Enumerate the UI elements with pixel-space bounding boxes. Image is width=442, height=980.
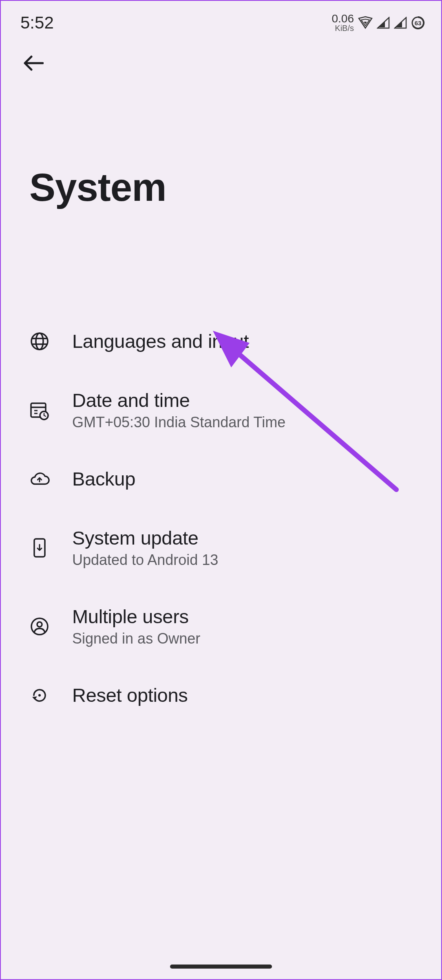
calendar-clock-icon <box>29 400 50 420</box>
item-title: Languages and input <box>72 330 249 352</box>
item-languages-and-input[interactable]: Languages and input <box>1 312 441 371</box>
signal-icon-1 <box>377 17 390 29</box>
item-subtitle: GMT+05:30 India Standard Time <box>72 414 285 431</box>
svg-point-12 <box>37 622 42 627</box>
battery-percent: 63 <box>415 20 422 26</box>
wifi-icon <box>358 16 373 30</box>
network-speed-unit: KiB/s <box>332 24 354 32</box>
svg-point-13 <box>38 694 41 697</box>
item-title: System update <box>72 527 218 549</box>
cloud-upload-icon <box>29 469 50 489</box>
item-system-update[interactable]: System update Updated to Android 13 <box>1 508 441 587</box>
item-subtitle: Updated to Android 13 <box>72 552 218 569</box>
phone-download-icon <box>29 538 50 558</box>
item-date-and-time[interactable]: Date and time GMT+05:30 India Standard T… <box>1 371 441 449</box>
battery-icon: 63 <box>411 16 425 30</box>
settings-list: Languages and input Date and time GMT+05… <box>1 210 441 725</box>
status-time: 5:52 <box>20 13 54 33</box>
home-indicator[interactable] <box>170 965 272 969</box>
item-title: Date and time <box>72 389 285 411</box>
person-circle-icon <box>29 616 50 637</box>
item-multiple-users[interactable]: Multiple users Signed in as Owner <box>1 587 441 666</box>
status-bar: 5:52 0.06 KiB/s 63 <box>1 1 441 37</box>
network-speed: 0.06 KiB/s <box>332 13 354 32</box>
item-title: Multiple users <box>72 605 200 628</box>
item-reset-options[interactable]: Reset options <box>1 666 441 725</box>
status-icons: 0.06 KiB/s 63 <box>332 13 425 32</box>
network-speed-value: 0.06 <box>332 13 354 24</box>
signal-icon-2 <box>394 17 407 29</box>
svg-point-1 <box>31 333 48 349</box>
svg-point-2 <box>36 333 43 349</box>
item-backup[interactable]: Backup <box>1 449 441 508</box>
item-title: Backup <box>72 468 135 490</box>
arrow-left-icon <box>23 55 44 71</box>
reset-icon <box>29 685 50 705</box>
item-title: Reset options <box>72 684 188 706</box>
back-button[interactable] <box>21 51 46 75</box>
item-subtitle: Signed in as Owner <box>72 630 200 647</box>
page-title: System <box>1 75 441 210</box>
globe-icon <box>29 331 50 352</box>
